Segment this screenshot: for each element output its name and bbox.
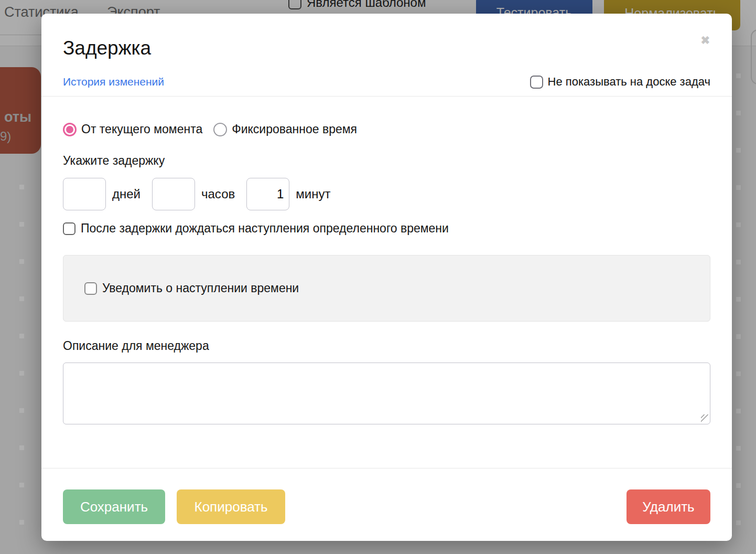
- wait-until-time-checkbox-row[interactable]: После задержки дождаться наступления опр…: [63, 221, 710, 236]
- wait-until-time-checkbox[interactable]: [63, 222, 75, 235]
- modal-title: Задержка: [63, 37, 710, 60]
- page: Статистика Экспорт Является шаблоном Тес…: [0, 0, 756, 554]
- manager-description-label: Описание для менеджера: [63, 339, 710, 353]
- radio-current-moment-label: От текущего момента: [81, 122, 202, 136]
- notify-panel: Уведомить о наступлении времени: [63, 255, 710, 322]
- notify-label: Уведомить о наступлении времени: [102, 281, 299, 295]
- hide-on-board-checkbox-row[interactable]: Не показывать на доске задач: [530, 75, 710, 89]
- days-unit-label: дней: [112, 187, 141, 201]
- radio-fixed-time-label: Фиксированное время: [232, 122, 357, 136]
- radio-fixed-time-control[interactable]: [213, 123, 227, 136]
- hide-on-board-checkbox[interactable]: [530, 76, 543, 89]
- delay-inputs-row: дней часов минут: [63, 178, 710, 210]
- history-link[interactable]: История изменений: [63, 76, 164, 88]
- delay-section-label: Укажите задержку: [63, 154, 710, 168]
- modal-body: От текущего момента Фиксированное время …: [41, 122, 732, 424]
- copy-button[interactable]: Копировать: [177, 489, 285, 524]
- radio-current-moment[interactable]: От текущего момента: [63, 122, 202, 136]
- notify-checkbox[interactable]: [84, 282, 97, 295]
- radio-current-moment-control[interactable]: [63, 123, 77, 136]
- modal-footer: Сохранить Копировать Удалить: [41, 468, 732, 524]
- minutes-unit-label: минут: [296, 187, 330, 201]
- delete-button[interactable]: Удалить: [627, 489, 710, 524]
- manager-description-textarea[interactable]: [63, 363, 710, 424]
- hours-input[interactable]: [152, 178, 195, 210]
- days-input[interactable]: [63, 178, 106, 210]
- wait-until-time-label: После задержки дождаться наступления опр…: [81, 221, 449, 236]
- delay-mode-radio-row: От текущего момента Фиксированное время: [63, 122, 710, 136]
- notify-checkbox-row[interactable]: Уведомить о наступлении времени: [84, 281, 299, 295]
- save-button[interactable]: Сохранить: [63, 489, 165, 524]
- hours-unit-label: часов: [201, 187, 235, 201]
- delay-modal: ✖ Задержка История изменений Не показыва…: [41, 14, 732, 541]
- minutes-input[interactable]: [246, 178, 289, 210]
- modal-header: Задержка История изменений Не показывать…: [41, 14, 732, 97]
- hide-on-board-label: Не показывать на доске задач: [548, 75, 710, 89]
- radio-fixed-time[interactable]: Фиксированное время: [213, 122, 357, 136]
